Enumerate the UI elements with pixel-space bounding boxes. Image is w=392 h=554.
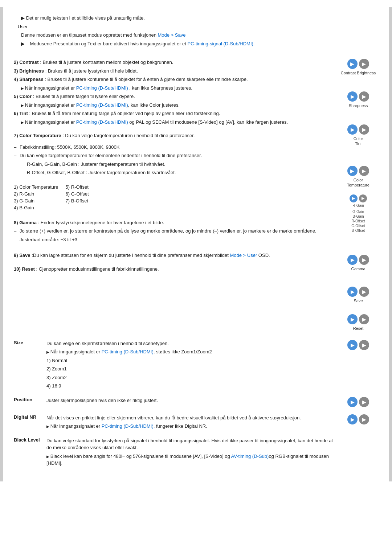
save-text: 9) Save :Du kan lagre statusen for en sk… (14, 252, 338, 259)
black-level-row: Black Level Du kan velge standard for ly… (14, 437, 378, 468)
reset-section: 10) Reset : Gjenoppretter modusinnstilli… (14, 266, 338, 273)
item-4: 4) Sharpness : Brukes til å justere kont… (14, 76, 338, 83)
roffset-label: R-Offset (351, 219, 365, 223)
gain-offset-labels: ▶ ▶ R-Gain G-Gain B-Gain R-Offset G-Offs… (350, 194, 367, 233)
stillbilde-text: ▶ Det er mulig teksten i et stillbilde v… (14, 15, 378, 22)
save-icon-group: ▶ ▶ Save (347, 287, 369, 303)
bgain-label: B-Gain (352, 214, 364, 219)
sharpness-prev-button[interactable]: ▶ (347, 91, 358, 102)
boffset-label: B-Offset (352, 228, 365, 233)
reset-icon-group: ▶ ▶ Reset (347, 314, 369, 331)
color-next-button[interactable]: ▶ (359, 124, 369, 135)
position-text: Juster skjermposisjonen hvis den ikke er… (46, 397, 338, 404)
size-next-button[interactable]: ▶ (359, 340, 369, 350)
size-item-2: 2) Zoom1 (46, 365, 338, 373)
color-temp-section: 7) Color Temperature : Du kan velge farg… (14, 132, 338, 211)
size-prev-button[interactable]: ▶ (347, 340, 358, 350)
table-row: 2) R-Gain 6) G-Offset (14, 190, 96, 197)
position-icon-group: ▶ ▶ (338, 397, 378, 409)
digital-nr-text: Når det vises en prikket linje eller skj… (46, 414, 338, 422)
sharpness-icon-group: ▶ ▶ Sharpness (347, 91, 369, 108)
gamma-prev-button[interactable]: ▶ (347, 255, 358, 265)
reset-next-button[interactable]: ▶ (359, 314, 369, 324)
sharpness-note: Når inngangssignalet er PC-timing (D-Sub… (14, 85, 338, 92)
size-buttons: ▶ ▶ (347, 340, 369, 350)
mode-save-link[interactable]: Mode > Save (158, 32, 186, 38)
color-temp-prev-button[interactable]: ▶ (347, 166, 358, 176)
size-row: Size Du kan velge en skjermstørrelsen i … (14, 340, 378, 391)
color-prev-button[interactable]: ▶ (347, 124, 358, 135)
color-temp-next-button[interactable]: ▶ (359, 166, 369, 176)
save-buttons: ▶ ▶ (347, 287, 369, 297)
contrast-next-button[interactable]: ▶ (359, 59, 369, 69)
color-note: Når inngangssignalet er PC-timing (D-Sub… (14, 102, 338, 109)
gamma-label: Gamma (351, 266, 365, 271)
color-temp-buttons: ▶ ▶ (347, 166, 369, 176)
user-label: – User (14, 23, 378, 30)
items-section: 2) Contrast : Brukes til å justere kontr… (14, 59, 338, 126)
save-section: 9) Save :Du kan lagre statusen for en sk… (14, 252, 338, 259)
color-temp-item-3: R-Gain, G-Gain, B-Gain : Justerer farget… (14, 161, 338, 168)
position-row: Position Juster skjermposisjonen hvis de… (14, 397, 378, 409)
contrast-brightness-buttons: ▶ ▶ (347, 59, 369, 69)
digital-nr-note: Når inngangssignalet er PC-timing (D-Sub… (46, 423, 338, 430)
color-link[interactable]: PC-timing (D-Sub/HDMI) (76, 102, 128, 108)
size-note: Når inngangssignalet er PC-timing (D-Sub… (46, 348, 338, 356)
color-temp-header: 7) Color Temperature : Du kan velge farg… (14, 132, 338, 139)
gamma-section: 8) Gamma : Endrer lysstyrkekjennetegnene… (14, 219, 338, 243)
goffset-label: G-Offset (351, 223, 365, 228)
tint-link[interactable]: PC-timing (D-Sub/HDMI) (76, 119, 128, 125)
digital-nr-next-button[interactable]: ▶ (359, 414, 369, 424)
reset-prev-button[interactable]: ▶ (347, 314, 358, 324)
position-content: Juster skjermposisjonen hvis den ikke er… (46, 397, 338, 406)
reset-label: Reset (353, 326, 364, 331)
digital-nr-icon-group: ▶ ▶ (338, 414, 378, 426)
sharpness-link[interactable]: PC-timing (D-Sub/HDMI) (76, 85, 128, 91)
rgain-label: R-Gain (352, 203, 364, 208)
table-cell: 5) R-Offset (66, 184, 96, 190)
gamma-next-button[interactable]: ▶ (359, 255, 369, 265)
pc-timing-link1[interactable]: PC-timing-signal (D-Sub/HDMI). (188, 41, 255, 46)
digital-nr-buttons: ▶ ▶ (347, 414, 369, 424)
rgain-prev-button[interactable]: ▶ (350, 194, 358, 202)
item-2: 2) Contrast : Brukes til å justere kontr… (14, 59, 338, 66)
save-next-button[interactable]: ▶ (359, 287, 369, 297)
contrast-prev-button[interactable]: ▶ (347, 59, 358, 69)
digital-nr-link[interactable]: PC-timing (D-Sub/HDMI) (102, 423, 154, 429)
sharpness-label: Sharpness (349, 103, 368, 108)
color-tint-buttons: ▶ ▶ (347, 124, 369, 135)
position-next-button[interactable]: ▶ (359, 397, 369, 407)
black-level-text: Du kan velge standard for lysstyrken på … (46, 437, 338, 451)
left-border (0, 7, 3, 481)
table-cell: 4) B-Gain (14, 204, 66, 211)
table-row: 4) B-Gain (14, 204, 96, 211)
item-6: 6) Tint : Brukes til å få frem mer natur… (14, 110, 338, 117)
user-desc: Denne modusen er en tilpasset modus oppr… (14, 32, 378, 39)
tint-note: Når inngangssignalet er PC-timing (D-Sub… (14, 119, 338, 126)
black-level-link[interactable]: AV-timing (D-Sub) (231, 454, 269, 459)
item-3: 3) Brightness : Brukes til å justere lys… (14, 67, 338, 75)
black-level-sidebar-label: Black Level (14, 437, 46, 443)
sharpness-next-button[interactable]: ▶ (359, 91, 369, 102)
rgain-next-button[interactable]: ▶ (359, 194, 367, 202)
table-row: 1) Color Temperature 5) R-Offset (14, 184, 96, 190)
save-mode-link[interactable]: Mode > User (230, 253, 257, 258)
item-5: 5) Color : Brukes til å justere fargen t… (14, 93, 338, 100)
position-buttons: ▶ ▶ (347, 397, 369, 407)
reset-text: 10) Reset : Gjenoppretter modusinnstilli… (14, 266, 338, 273)
size-link[interactable]: PC-timing (D-Sub/HDMI) (102, 349, 154, 354)
black-level-note: Black level kan bare angis for 480i− og … (46, 453, 338, 467)
ggain-label: G-Gain (352, 209, 364, 214)
save-prev-button[interactable]: ▶ (347, 287, 358, 297)
gamma-item-1: Jo større (+) verdien er, jo større er k… (14, 227, 338, 235)
intro-section: ▶ Det er mulig teksten i et stillbilde v… (14, 15, 378, 47)
color-temp-label: ColorTemperature (347, 177, 369, 188)
save-label: Save (354, 298, 363, 303)
gamma-item-2: Justerbart område: −3 til +3 (14, 236, 338, 243)
digital-nr-prev-button[interactable]: ▶ (347, 414, 358, 424)
position-prev-button[interactable]: ▶ (347, 397, 358, 407)
position-sidebar-label: Position (14, 397, 46, 402)
size-item-3: 3) Zoom2 (46, 374, 338, 381)
digital-nr-row: Digital NR Når det vises en prikket linj… (14, 414, 378, 431)
size-icon-group: ▶ ▶ (338, 340, 378, 352)
